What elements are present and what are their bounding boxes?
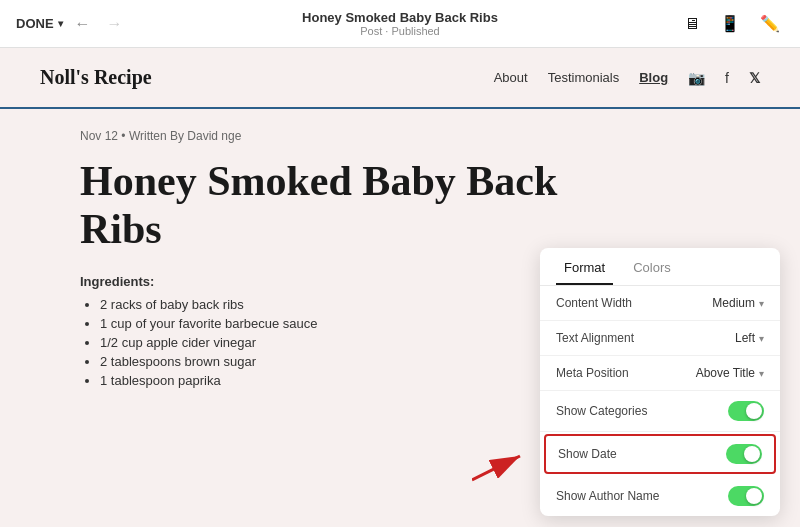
show-date-label: Show Date <box>558 447 617 461</box>
undo-button[interactable]: ← <box>71 11 95 37</box>
nav-testimonials[interactable]: Testimonials <box>548 70 620 85</box>
show-author-label: Show Author Name <box>556 489 659 503</box>
article-ingredients: Ingredients: 2 racks of baby back ribs 1… <box>80 274 620 388</box>
instagram-icon[interactable]: 📷 <box>688 70 705 86</box>
ingredients-label: Ingredients: <box>80 274 620 289</box>
red-arrow <box>472 444 532 488</box>
chevron-down-icon: ▾ <box>759 333 764 344</box>
show-author-row: Show Author Name <box>540 476 780 516</box>
toolbar-center: Honey Smoked Baby Back Ribs Post · Publi… <box>302 10 498 37</box>
toolbar: DONE ▾ ← → Honey Smoked Baby Back Ribs P… <box>0 0 800 48</box>
post-status: Post · Published <box>302 25 498 37</box>
ingredients-list: 2 racks of baby back ribs 1 cup of your … <box>80 297 620 388</box>
page-area: Noll's Recipe About Testimonials Blog 📷 … <box>0 48 800 527</box>
meta-position-value[interactable]: Above Title ▾ <box>696 366 764 380</box>
meta-position-label: Meta Position <box>556 366 629 380</box>
svg-line-1 <box>472 456 520 480</box>
site-header: Noll's Recipe About Testimonials Blog 📷 … <box>0 48 800 109</box>
panel-tabs: Format Colors <box>540 248 780 286</box>
toolbar-right: 🖥 📱 ✏️ <box>680 10 784 37</box>
article-title: Honey Smoked Baby Back Ribs <box>80 157 620 254</box>
facebook-icon[interactable]: f <box>725 70 729 86</box>
twitter-icon[interactable]: 𝕏 <box>749 70 760 86</box>
post-title: Honey Smoked Baby Back Ribs <box>302 10 498 25</box>
tab-format[interactable]: Format <box>556 248 613 285</box>
chevron-down-icon: ▾ <box>759 368 764 379</box>
done-button[interactable]: DONE ▾ <box>16 16 63 31</box>
site-nav: About Testimonials Blog 📷 f 𝕏 <box>494 70 760 86</box>
show-date-toggle[interactable] <box>726 444 762 464</box>
show-categories-toggle[interactable] <box>728 401 764 421</box>
show-categories-label: Show Categories <box>556 404 647 418</box>
text-alignment-row: Text Alignment Left ▾ <box>540 321 780 356</box>
content-width-value[interactable]: Medium ▾ <box>712 296 764 310</box>
text-alignment-value[interactable]: Left ▾ <box>735 331 764 345</box>
tab-colors[interactable]: Colors <box>625 248 679 285</box>
show-author-toggle[interactable] <box>728 486 764 506</box>
content-width-label: Content Width <box>556 296 632 310</box>
text-alignment-label: Text Alignment <box>556 331 634 345</box>
chevron-down-icon: ▾ <box>759 298 764 309</box>
redo-button[interactable]: → <box>103 11 127 37</box>
format-panel: Format Colors Content Width Medium ▾ Tex… <box>540 248 780 516</box>
nav-about[interactable]: About <box>494 70 528 85</box>
show-categories-row: Show Categories <box>540 391 780 432</box>
content-width-row: Content Width Medium ▾ <box>540 286 780 321</box>
nav-blog[interactable]: Blog <box>639 70 668 85</box>
site-logo: Noll's Recipe <box>40 66 152 89</box>
chevron-down-icon: ▾ <box>58 18 63 29</box>
toolbar-left: DONE ▾ ← → <box>16 11 127 37</box>
meta-position-row: Meta Position Above Title ▾ <box>540 356 780 391</box>
mobile-view-button[interactable]: 📱 <box>716 10 744 37</box>
article-meta: Nov 12 • Written By David nge <box>80 129 620 143</box>
edit-icon-button[interactable]: ✏️ <box>756 10 784 37</box>
show-date-row: Show Date <box>544 434 776 474</box>
toolbar-nav: ← → <box>71 11 127 37</box>
done-label: DONE <box>16 16 54 31</box>
desktop-view-button[interactable]: 🖥 <box>680 11 704 37</box>
